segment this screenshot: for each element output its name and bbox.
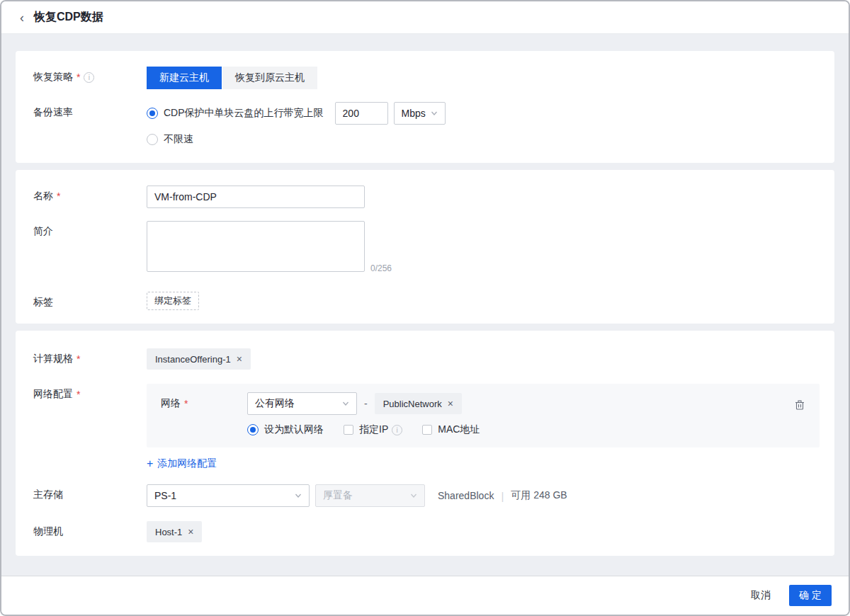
- provision-value: 厚置备: [323, 489, 353, 502]
- public-network-tag: PublicNetwork ×: [375, 393, 462, 414]
- assign-ip-text[interactable]: 指定IP: [359, 423, 388, 436]
- required-asterisk: *: [76, 353, 80, 365]
- host-label: 物理机: [33, 525, 63, 538]
- remove-host-icon[interactable]: ×: [188, 527, 193, 537]
- rate-limited-radio[interactable]: [147, 108, 158, 119]
- rate-unlimited-text[interactable]: 不限速: [164, 133, 193, 146]
- compute-label-group: 计算规格 *: [33, 348, 147, 365]
- assign-ip-checkbox[interactable]: [344, 425, 353, 435]
- basic-info-card: 名称 * 简介 0/256 标签 绑定标签: [16, 170, 834, 324]
- rate-unlimited-row: 不限速: [147, 133, 446, 146]
- mac-option: MAC地址: [422, 423, 480, 436]
- mac-checkbox[interactable]: [422, 425, 432, 435]
- chevron-down-icon: [295, 492, 302, 499]
- info-icon[interactable]: i: [392, 425, 402, 435]
- storage-label-group: 主存储: [33, 484, 147, 501]
- desc-textarea-wrap: 0/256: [147, 221, 365, 275]
- add-network-label: 添加网络配置: [157, 457, 217, 470]
- back-icon[interactable]: ‹: [18, 11, 26, 24]
- net-inner-label-group: 网络 *: [161, 397, 247, 410]
- strategy-toggle-group: 新建云主机 恢复到原云主机: [147, 67, 317, 89]
- rate-label-group: 备份速率: [33, 102, 147, 119]
- strategy-label-group: 恢复策略 * i: [33, 67, 147, 84]
- bandwidth-input[interactable]: [335, 102, 388, 125]
- chevron-down-icon: [410, 492, 417, 499]
- storage-available-value: 248 GB: [533, 489, 567, 501]
- remove-offering-icon[interactable]: ×: [237, 354, 242, 364]
- primary-storage-select[interactable]: PS-1: [147, 484, 310, 507]
- storage-info: SharedBlock | 可用 248 GB: [438, 489, 567, 502]
- chevron-down-icon: [342, 400, 349, 407]
- unit-select[interactable]: Mbps: [394, 102, 446, 125]
- network-label-group: 网络配置 *: [33, 384, 147, 401]
- new-vm-button[interactable]: 新建云主机: [147, 67, 222, 89]
- desc-textarea[interactable]: [147, 221, 365, 272]
- storage-label: 主存储: [33, 489, 63, 501]
- network-type-select[interactable]: 公有网络: [247, 392, 357, 415]
- network-type-value: 公有网络: [255, 397, 295, 410]
- dialog-body: 恢复策略 * i 新建云主机 恢复到原云主机 备份速率 CDP保护中单块云盘的上…: [1, 34, 849, 576]
- default-network-text[interactable]: 设为默认网络: [264, 423, 324, 436]
- dash-separator: -: [364, 398, 368, 409]
- desc-label: 简介: [33, 225, 53, 238]
- add-network-link[interactable]: + 添加网络配置: [147, 457, 217, 470]
- required-asterisk: *: [57, 190, 60, 202]
- strategy-label: 恢复策略: [33, 71, 73, 84]
- remove-network-icon[interactable]: ×: [448, 399, 453, 409]
- rate-options: CDP保护中单块云盘的上行带宽上限 Mbps 不限速: [147, 102, 446, 146]
- storage-available-label: 可用: [511, 489, 531, 501]
- rate-limited-row: CDP保护中单块云盘的上行带宽上限 Mbps: [147, 102, 446, 125]
- storage-controls: PS-1 厚置备 SharedBlock | 可用 248 GB: [147, 484, 567, 507]
- bind-tag-button[interactable]: 绑定标签: [147, 292, 199, 310]
- unit-select-value: Mbps: [402, 108, 426, 119]
- host-label-group: 物理机: [33, 521, 147, 538]
- provision-select: 厚置备: [315, 484, 425, 507]
- host-tag-text: Host-1: [155, 527, 182, 537]
- rate-unlimited-radio[interactable]: [147, 134, 158, 145]
- confirm-button[interactable]: 确 定: [789, 585, 832, 606]
- restore-original-vm-button[interactable]: 恢复到原云主机: [222, 67, 317, 89]
- instance-offering-tag: InstanceOffering-1 ×: [147, 348, 251, 370]
- info-icon[interactable]: i: [84, 72, 94, 83]
- host-tag: Host-1 ×: [147, 521, 202, 542]
- required-asterisk: *: [76, 72, 80, 83]
- network-label: 网络配置: [33, 388, 73, 401]
- page-title: 恢复CDP数据: [34, 10, 103, 25]
- storage-available: 可用 248 GB: [511, 489, 567, 502]
- trash-icon[interactable]: [794, 399, 805, 411]
- default-network-option: 设为默认网络: [247, 423, 324, 436]
- public-network-tag-text: PublicNetwork: [383, 399, 442, 409]
- mac-text[interactable]: MAC地址: [438, 423, 480, 436]
- char-counter: 0/256: [370, 263, 392, 273]
- storage-type-name: SharedBlock: [438, 490, 494, 501]
- name-label-group: 名称 *: [33, 186, 147, 203]
- required-asterisk: *: [76, 389, 80, 400]
- cancel-button[interactable]: 取消: [751, 589, 771, 602]
- vertical-divider: |: [501, 490, 504, 502]
- rate-limited-text[interactable]: CDP保护中单块云盘的上行带宽上限: [164, 107, 324, 120]
- assign-ip-option: 指定IP i: [344, 423, 402, 436]
- dialog-footer: 取消 确 定: [1, 576, 849, 615]
- plus-icon: +: [147, 457, 153, 470]
- required-asterisk: *: [184, 398, 188, 409]
- chevron-down-icon: [431, 110, 438, 117]
- tag-label-group: 标签: [33, 292, 147, 309]
- strategy-card: 恢复策略 * i 新建云主机 恢复到原云主机 备份速率 CDP保护中单块云盘的上…: [16, 51, 834, 163]
- net-inner-label: 网络: [161, 397, 181, 410]
- default-network-radio[interactable]: [247, 424, 259, 435]
- restore-cdp-dialog: ‹ 恢复CDP数据 恢复策略 * i 新建云主机 恢复到原云主机 备份速率: [0, 0, 850, 616]
- network-config: 网络 * 公有网络 - PublicNetwork ×: [147, 384, 820, 470]
- instance-offering-tag-text: InstanceOffering-1: [155, 354, 231, 365]
- compute-label: 计算规格: [33, 353, 73, 365]
- tag-label: 标签: [33, 296, 53, 309]
- primary-storage-value: PS-1: [154, 490, 176, 501]
- resource-card: 计算规格 * InstanceOffering-1 × 网络配置 *: [16, 331, 834, 556]
- desc-label-group: 简介: [33, 221, 147, 238]
- rate-label: 备份速率: [33, 106, 73, 119]
- dialog-header: ‹ 恢复CDP数据: [1, 1, 849, 34]
- network-panel: 网络 * 公有网络 - PublicNetwork ×: [147, 384, 820, 447]
- name-input[interactable]: [147, 186, 365, 208]
- name-label: 名称: [33, 190, 53, 203]
